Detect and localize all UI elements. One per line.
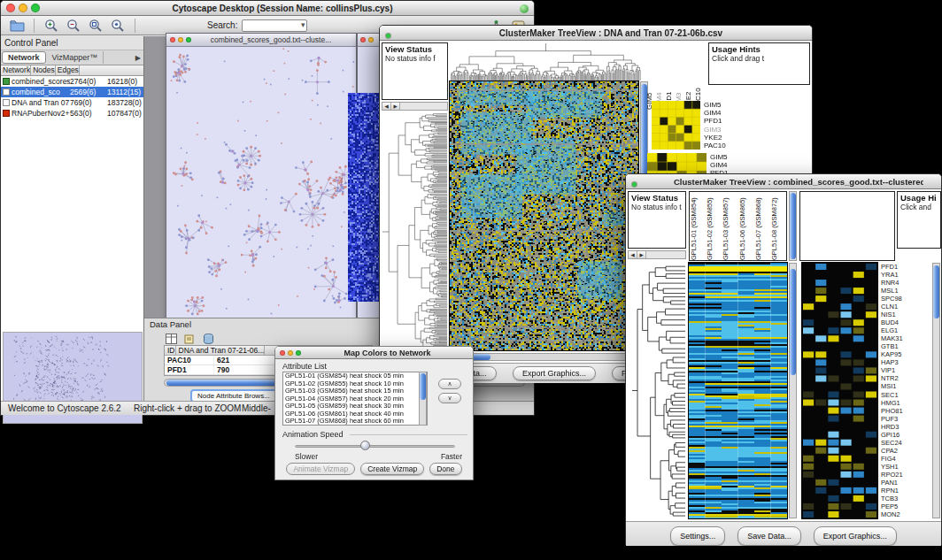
control-panel-tab[interactable]: Network	[2, 51, 46, 64]
close-icon[interactable]	[6, 4, 15, 12]
network-row[interactable]: combined_scores 2764(0) 16218(0)	[1, 76, 143, 87]
heatmap-canvas[interactable]	[450, 81, 638, 350]
gene-label[interactable]: NIS1	[881, 311, 930, 318]
gene-label[interactable]: PHO81	[881, 407, 930, 415]
zoom-icon[interactable]	[631, 181, 637, 188]
scroll-thumb[interactable]	[790, 269, 796, 375]
list-scrollbar[interactable]	[419, 372, 427, 426]
column-header[interactable]: Network	[1, 65, 31, 75]
dense-network-canvas[interactable]	[348, 93, 379, 302]
minimize-icon[interactable]	[19, 4, 27, 12]
open-session-icon[interactable]	[8, 18, 26, 34]
gene-label[interactable]: YRA1	[881, 271, 930, 279]
frame-titlebar[interactable]	[358, 34, 379, 47]
frame-titlebar[interactable]: combined_scores_good.txt--cluste...	[166, 34, 356, 47]
minimize-icon[interactable]	[368, 37, 374, 42]
zoom-in-icon[interactable]	[42, 18, 60, 34]
slider-thumb[interactable]	[360, 441, 370, 450]
dialog-button[interactable]: Done	[429, 463, 461, 475]
scroll-left-icon[interactable]: ◀	[629, 251, 637, 258]
gene-label[interactable]: MSI1	[881, 382, 930, 390]
column-header[interactable]: Nodes	[31, 65, 56, 75]
search-input[interactable]: ▾	[242, 19, 307, 32]
gene-label[interactable]: HRD3	[881, 423, 930, 431]
gene-label[interactable]: PUF3	[881, 415, 930, 423]
treeview-button[interactable]: Save Data...	[737, 526, 801, 546]
gene-label[interactable]: SEC24	[881, 439, 930, 447]
zoom-selected-icon[interactable]	[109, 18, 127, 34]
scroll-left-icon[interactable]: ◀	[382, 103, 391, 110]
gene-label[interactable]: MAK31	[881, 334, 930, 342]
network-row[interactable]: combined_sco 2569(6) 13112(15)	[1, 87, 143, 97]
minimize-icon[interactable]	[288, 350, 293, 356]
gene-label[interactable]: RPO21	[881, 471, 930, 479]
gene-label[interactable]: GPI16	[881, 431, 930, 439]
gene-label[interactable]: MON2	[881, 510, 930, 518]
dialog-titlebar[interactable]: Map Colors to Network	[275, 347, 473, 359]
mini-scrollbar[interactable]: ◀▶	[382, 102, 448, 111]
treeview-button[interactable]: Export Graphics...	[513, 366, 596, 380]
secondary-heatmap-canvas[interactable]	[802, 263, 877, 518]
scroll-right-icon[interactable]: ▶	[637, 251, 646, 258]
gene-label[interactable]: HMG1	[881, 399, 930, 407]
control-panel-tab[interactable]: VizMapper™	[47, 51, 104, 64]
gene-label[interactable]: PFD1	[881, 263, 930, 271]
main-titlebar[interactable]: Cytoscape Desktop (Session Name: collins…	[1, 1, 534, 16]
animation-speed-slider[interactable]	[295, 445, 455, 448]
heatmap-canvas[interactable]	[689, 263, 787, 518]
scroll-thumb[interactable]	[790, 193, 796, 259]
tab-overflow-icon[interactable]: ▶	[135, 54, 143, 62]
column-dendrogram[interactable]	[450, 42, 642, 81]
mini-scrollbar[interactable]: ◀▶	[628, 250, 686, 259]
row-dendrogram[interactable]	[382, 112, 448, 351]
zoom-icon[interactable]	[296, 350, 301, 356]
close-icon[interactable]	[280, 350, 285, 356]
gene-label[interactable]: HAP3	[881, 358, 930, 366]
zoom-icon[interactable]	[31, 4, 40, 12]
vertical-scrollbar[interactable]	[789, 191, 797, 261]
column-header[interactable]: DNA and Tran 07-21-06...	[176, 346, 266, 355]
vertical-scrollbar[interactable]	[932, 263, 940, 518]
treeview-titlebar[interactable]: ClusterMaker TreeView : combined_scores_…	[626, 174, 941, 189]
gene-label[interactable]: NTR2	[881, 374, 930, 382]
zoom-out-icon[interactable]	[65, 18, 82, 34]
gene-label[interactable]: RPN1	[881, 487, 930, 495]
network-row[interactable]: DNA and Tran 07 769(0) 183728(0)	[1, 97, 143, 108]
minimize-icon[interactable]	[178, 37, 183, 42]
gene-label[interactable]: FIG4	[881, 455, 930, 463]
zoom-icon[interactable]	[385, 33, 391, 39]
gene-label[interactable]: SEC1	[881, 391, 930, 399]
column-header[interactable]: Edges	[56, 65, 80, 75]
zoom-icon[interactable]	[186, 37, 191, 42]
scroll-right-icon[interactable]: ▶	[391, 103, 400, 110]
gene-label[interactable]: KAP95	[881, 350, 930, 358]
gene-label[interactable]: CLN1	[881, 303, 930, 311]
scroll-thumb[interactable]	[933, 265, 939, 318]
close-icon[interactable]	[170, 37, 175, 42]
scroll-thumb[interactable]	[420, 373, 426, 400]
gene-label[interactable]: BUD4	[881, 318, 930, 326]
dialog-button[interactable]: Animate Vizmap	[286, 463, 355, 475]
move-down-button[interactable]: ∨	[438, 393, 461, 403]
row-dendrogram[interactable]	[631, 263, 686, 518]
close-icon[interactable]	[360, 37, 366, 42]
gene-label[interactable]: MSL1	[881, 287, 930, 295]
network-view-canvas[interactable]	[166, 47, 356, 319]
treeview-button[interactable]: Settings...	[670, 526, 725, 546]
gene-label[interactable]: CPA2	[881, 447, 930, 455]
gene-label[interactable]: ELG1	[881, 326, 930, 334]
treeview-titlebar[interactable]: ClusterMaker TreeView : DNA and Tran 07-…	[380, 26, 812, 41]
dialog-button[interactable]: Create Vizmap	[360, 463, 424, 475]
network-row[interactable]: RNAPuberNov2+ 563(0) 107847(0)	[1, 108, 143, 119]
attribute-list-item[interactable]: GPL51-07 (GSM868) heat shock 60 min	[283, 418, 427, 426]
vertical-scrollbar[interactable]	[789, 263, 797, 518]
move-up-button[interactable]: ∧	[438, 379, 461, 389]
column-header[interactable]: ID	[165, 346, 176, 355]
gene-label[interactable]: YSH1	[881, 463, 930, 471]
gene-label[interactable]: RNR4	[881, 279, 930, 287]
gene-label[interactable]: PAN1	[881, 479, 930, 487]
treeview-button[interactable]: Export Graphics...	[814, 526, 897, 546]
gene-label[interactable]: VIP1	[881, 366, 930, 374]
gene-label[interactable]: SPC98	[881, 295, 930, 303]
gene-label[interactable]: PEP5	[881, 502, 930, 510]
